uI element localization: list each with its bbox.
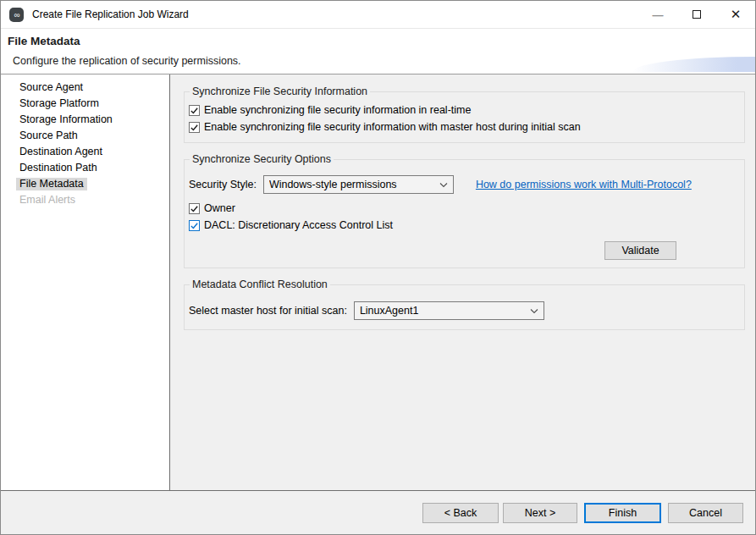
sidebar-item-destination-agent[interactable]: Destination Agent	[16, 146, 106, 158]
master-host-value: LinuxAgent1	[360, 305, 530, 317]
group-synchronize-security-options: Synchronize Security Options Security St…	[184, 153, 745, 268]
banner-swoosh-decoration	[632, 57, 755, 72]
group-metadata-conflict-resolution: Metadata Conflict Resolution Select mast…	[184, 279, 745, 330]
master-host-row: Select master host for initial scan: Lin…	[189, 301, 737, 320]
sidebar-item-storage-information[interactable]: Storage Information	[16, 113, 116, 126]
initial-scan-security-checkbox-row[interactable]: Enable synchronizing file security infor…	[189, 121, 737, 133]
checkbox-checked-focused-icon[interactable]	[189, 220, 200, 231]
checkbox-checked-icon[interactable]	[189, 122, 200, 133]
multi-protocol-help-link[interactable]: How do permissions work with Multi-Proto…	[476, 179, 692, 190]
window-controls: — ✕	[638, 1, 755, 28]
titlebar: ∞ Create File Replication Job Wizard — ✕	[1, 1, 755, 28]
maximize-button[interactable]	[677, 1, 716, 28]
file-metadata-panel: Synchronize File Security Information En…	[170, 74, 755, 490]
window-title: Create File Replication Job Wizard	[32, 8, 189, 20]
sidebar-item-file-metadata[interactable]: File Metadata	[16, 178, 87, 190]
validate-button[interactable]: Validate	[604, 241, 676, 260]
app-icon: ∞	[9, 8, 24, 22]
checkbox-label: Owner	[204, 202, 235, 214]
maximize-icon	[693, 10, 701, 19]
realtime-security-checkbox-row[interactable]: Enable synchronizing file security infor…	[189, 104, 737, 116]
cancel-button[interactable]: Cancel	[668, 503, 743, 523]
sidebar-item-destination-path[interactable]: Destination Path	[16, 162, 101, 174]
dacl-checkbox-row[interactable]: DACL: Discretionary Access Control List	[189, 219, 737, 231]
page-subtitle: Configure the replication of security pe…	[13, 55, 241, 67]
sidebar-item-storage-platform[interactable]: Storage Platform	[16, 97, 102, 110]
security-style-dropdown[interactable]: Windows-style permissions	[263, 175, 454, 194]
wizard-body: Source Agent Storage Platform Storage In…	[1, 74, 755, 490]
wizard-steps-sidebar: Source Agent Storage Platform Storage In…	[1, 74, 170, 490]
security-style-row: Security Style: Windows-style permission…	[189, 175, 737, 194]
page-title: File Metadata	[8, 35, 80, 47]
finish-button[interactable]: Finish	[584, 503, 661, 523]
wizard-header: File Metadata Configure the replication …	[1, 28, 755, 74]
sidebar-item-source-path[interactable]: Source Path	[16, 130, 81, 142]
security-style-label: Security Style:	[189, 179, 257, 190]
checkbox-label: DACL: Discretionary Access Control List	[204, 219, 393, 231]
back-button[interactable]: < Back	[422, 503, 499, 523]
security-style-value: Windows-style permissions	[269, 179, 439, 190]
checkbox-checked-icon[interactable]	[189, 105, 200, 116]
checkbox-label: Enable synchronizing file security infor…	[204, 104, 471, 116]
wizard-footer: < Back Next > Finish Cancel	[1, 490, 755, 535]
sidebar-item-source-agent[interactable]: Source Agent	[16, 81, 86, 94]
chevron-down-icon	[530, 308, 538, 314]
group-title: Synchronize File Security Information	[190, 85, 370, 97]
master-host-label: Select master host for initial scan:	[189, 305, 347, 317]
sidebar-item-email-alerts: Email Alerts	[16, 194, 79, 207]
chevron-down-icon	[439, 182, 448, 188]
checkbox-checked-icon[interactable]	[189, 203, 200, 214]
validate-row: Validate	[189, 236, 737, 260]
group-synchronize-file-security-information: Synchronize File Security Information En…	[184, 85, 745, 143]
checkbox-label: Enable synchronizing file security infor…	[204, 121, 581, 133]
group-title: Synchronize Security Options	[190, 153, 334, 165]
close-button[interactable]: ✕	[716, 1, 755, 28]
master-host-dropdown[interactable]: LinuxAgent1	[354, 301, 544, 320]
owner-checkbox-row[interactable]: Owner	[189, 202, 737, 214]
group-title: Metadata Conflict Resolution	[190, 279, 330, 290]
wizard-window: ∞ Create File Replication Job Wizard — ✕…	[0, 0, 756, 535]
minimize-button[interactable]: —	[638, 1, 677, 28]
next-button[interactable]: Next >	[503, 503, 577, 523]
